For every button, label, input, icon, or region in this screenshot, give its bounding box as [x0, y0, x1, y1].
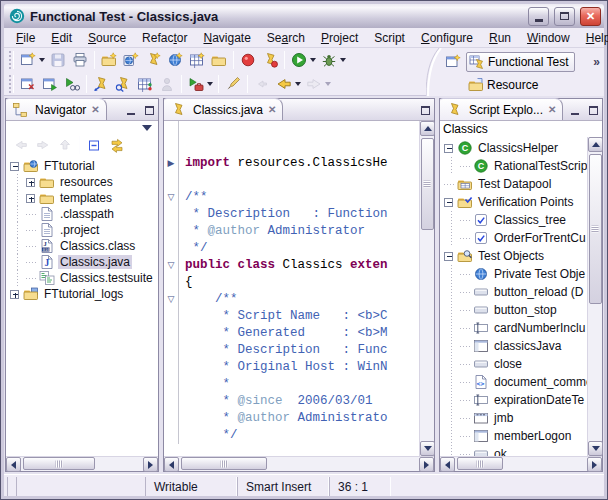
collapse-icon[interactable]	[10, 162, 19, 171]
tree-item-jmb[interactable]: jmb	[440, 409, 587, 427]
code-line-6[interactable]: * Description : Function	[164, 206, 419, 223]
tree-item-ok[interactable]: ok	[440, 445, 587, 456]
tree-item-memberlogon[interactable]: memberLogon	[440, 427, 587, 445]
insert-datapool-reference-button[interactable]	[134, 73, 156, 95]
code-line-14[interactable]: * Description : Func	[164, 342, 419, 359]
fold-collapsed-icon[interactable]: ▶	[164, 155, 179, 172]
scroll-down-button[interactable]	[420, 441, 435, 456]
forward-dropdown-icon[interactable]	[325, 82, 331, 86]
record-button[interactable]	[237, 49, 259, 71]
menu-navigate[interactable]: Navigate	[195, 29, 258, 47]
code-line-16[interactable]: *	[164, 376, 419, 393]
disable-display-button[interactable]	[17, 73, 39, 95]
insert-test-object-button[interactable]	[112, 73, 134, 95]
menu-help[interactable]: Help	[578, 29, 608, 47]
tree-item-fttutorial-logs[interactable]: FTtutorial_logs	[6, 286, 158, 302]
code-line-2[interactable]	[164, 138, 419, 155]
title-bar[interactable]: Functional Test - Classics.java ✕	[4, 4, 604, 28]
tree-item-orderfortrentcu[interactable]: OrderForTrentCu	[440, 229, 587, 247]
new-functional-test-project-button[interactable]	[120, 49, 142, 71]
editor-tab-close-icon[interactable]: ✕	[267, 104, 277, 115]
tree-item-classicsjava[interactable]: classicsJava	[440, 337, 587, 355]
menu-search[interactable]: Search	[259, 29, 313, 47]
perspective-functional-test[interactable]: Functional Test	[466, 52, 575, 72]
tree-item-classicshelper[interactable]: CClassicsHelper	[440, 139, 587, 157]
launch-application-button[interactable]	[185, 73, 207, 95]
collapse-icon[interactable]	[444, 252, 453, 261]
scroll-thumb[interactable]	[589, 154, 602, 304]
navigator-tab-close-icon[interactable]: ✕	[90, 104, 100, 115]
tree-item-cardnumberinclu[interactable]: cardNumberInclu	[440, 319, 587, 337]
test-object-inspector-button[interactable]	[61, 73, 83, 95]
scroll-right-button[interactable]	[419, 457, 434, 472]
new-button[interactable]	[17, 49, 39, 71]
script-explorer-tab[interactable]: Script Explo... ✕	[440, 98, 563, 120]
script-explorer-minimize-button[interactable]	[567, 103, 583, 117]
perspective-resource[interactable]: Resource	[466, 76, 543, 94]
code-line-11[interactable]: ▽ /**	[164, 291, 419, 308]
scroll-right-button[interactable]	[587, 457, 602, 472]
tree-item-fttutorial[interactable]: FTtutorial	[6, 158, 158, 174]
code-area[interactable]: ▶import resources.ClassicsHe▽/** * Descr…	[164, 121, 419, 456]
new-test-object-map-button[interactable]	[164, 49, 186, 71]
collapse-icon[interactable]	[444, 144, 453, 153]
scroll-left-button[interactable]	[440, 457, 455, 472]
fold-expanded-icon[interactable]: ▽	[164, 257, 179, 274]
insert-verification-point-button[interactable]	[90, 73, 112, 95]
collapse-icon[interactable]	[444, 198, 453, 207]
view-menu-icon[interactable]	[142, 125, 152, 131]
menu-configure[interactable]: Configure	[413, 29, 481, 47]
script-explorer-maximize-button[interactable]	[585, 103, 601, 117]
menu-window[interactable]: Window	[519, 29, 578, 47]
debug-button[interactable]	[318, 49, 340, 71]
scroll-thumb[interactable]	[457, 457, 503, 470]
tree-item-close[interactable]: close	[440, 355, 587, 373]
editor-maximize-button[interactable]	[417, 103, 433, 117]
scroll-thumb[interactable]	[421, 138, 434, 230]
tree-item--project[interactable]: .project	[6, 222, 158, 238]
minimize-button[interactable]	[528, 7, 549, 26]
insert-recording-button[interactable]	[259, 49, 281, 71]
scroll-thumb[interactable]	[181, 457, 267, 470]
tree-item-private-test-obje[interactable]: Private Test Obje	[440, 265, 587, 283]
code-line-3[interactable]: ▶import resources.ClassicsHe	[164, 155, 419, 172]
tree-item--classpath[interactable]: .classpath	[6, 206, 158, 222]
code-line-13[interactable]: * Generated : <b>M	[164, 325, 419, 342]
expand-icon[interactable]	[26, 178, 35, 187]
menu-refactor[interactable]: Refactor	[134, 29, 195, 47]
perspective-chevron[interactable]: »	[593, 55, 600, 69]
new-test-folder-button[interactable]	[98, 49, 120, 71]
tree-item-rationaltestscrip[interactable]: CRationalTestScrip	[440, 157, 587, 175]
tree-item-classics-java[interactable]: JClassics.java	[6, 254, 158, 270]
menu-run[interactable]: Run	[481, 29, 519, 47]
toolbar-grip[interactable]	[9, 75, 14, 93]
scroll-up-button[interactable]	[420, 121, 435, 136]
menu-edit[interactable]: Edit	[43, 29, 80, 47]
code-line-5[interactable]: ▽/**	[164, 189, 419, 206]
code-line-12[interactable]: * Script Name : <b>C	[164, 308, 419, 325]
toolbar-grip[interactable]	[9, 51, 14, 69]
code-line-10[interactable]: {	[164, 274, 419, 291]
code-line-19[interactable]: */	[164, 427, 419, 444]
expand-icon[interactable]	[26, 194, 35, 203]
tree-item-templates[interactable]: templates	[6, 190, 158, 206]
script-explorer-hscrollbar[interactable]	[440, 456, 602, 471]
clean-script-button[interactable]	[222, 73, 244, 95]
code-line-15[interactable]: * Original Host : WinN	[164, 359, 419, 376]
new-datapool-button[interactable]	[186, 49, 208, 71]
close-button[interactable]: ✕	[580, 7, 601, 26]
tree-item-document-comme[interactable]: <>document_comme	[440, 373, 587, 391]
new-empty-script-button[interactable]	[142, 49, 164, 71]
expand-icon[interactable]	[10, 290, 19, 299]
tree-item-classics-class[interactable]: J010Classics.class	[6, 238, 158, 254]
scroll-right-button[interactable]	[143, 457, 158, 472]
new-folder-button[interactable]	[208, 49, 230, 71]
scroll-left-button[interactable]	[164, 457, 179, 472]
tree-item-resources[interactable]: resources	[6, 174, 158, 190]
back-dropdown-icon[interactable]	[295, 82, 301, 86]
run-display-button[interactable]	[39, 73, 61, 95]
print-button[interactable]	[69, 49, 91, 71]
back-button[interactable]	[273, 73, 295, 95]
editor-hscrollbar[interactable]	[164, 456, 434, 471]
tree-item-expirationdatete[interactable]: expirationDateTe	[440, 391, 587, 409]
